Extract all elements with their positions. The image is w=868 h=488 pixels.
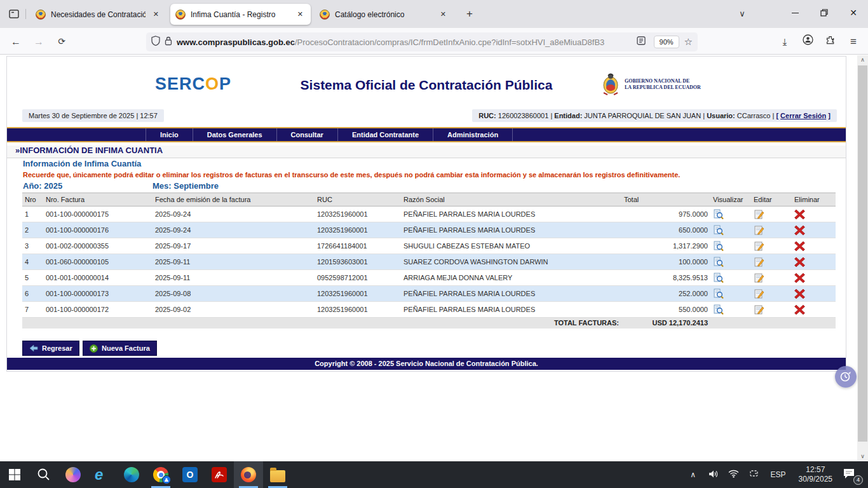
date-time-box: Martes 30 de Septiembre de 2025 | 12:57 <box>22 109 164 122</box>
taskbar-copilot-button[interactable] <box>58 461 88 488</box>
nav-item-consultar[interactable]: Consultar <box>277 128 338 141</box>
new-tab-button[interactable]: + <box>461 6 478 23</box>
taskbar-firefox-button[interactable] <box>234 461 263 488</box>
speaker-icon[interactable] <box>707 470 721 480</box>
col-factura: Nro. Factura <box>43 193 153 207</box>
tab-infima-cuantia[interactable]: Infima Cuantía - Registro ✕ <box>170 4 311 25</box>
downloads-icon[interactable]: ⤓ <box>776 34 793 50</box>
eliminar-icon[interactable] <box>794 257 805 268</box>
editar-icon[interactable] <box>754 273 764 283</box>
account-icon[interactable] <box>799 34 816 50</box>
bookmark-star-icon[interactable]: ☆ <box>684 36 693 48</box>
total-row: TOTAL FACTURAS: USD 12,170.2413 <box>22 318 836 329</box>
nav-item-datos-generales[interactable]: Datos Generales <box>193 128 277 141</box>
scroll-up-icon[interactable]: ∧ <box>857 55 868 65</box>
taskbar-edge-button[interactable] <box>117 461 146 488</box>
col-razon: Razón Social <box>401 193 621 207</box>
editar-icon[interactable] <box>754 241 764 252</box>
visualizar-icon[interactable] <box>713 257 724 268</box>
tab-catalogo[interactable]: Catálogo electrónico ✕ <box>315 4 454 25</box>
system-tray: ∧ ESP 12:57 30/9/2025 4 <box>683 465 868 484</box>
visualizar-icon[interactable] <box>713 273 724 283</box>
cell-ruc: 1201593603001 <box>315 254 401 270</box>
eliminar-icon[interactable] <box>794 304 805 315</box>
action-center-button[interactable]: 4 <box>843 468 859 482</box>
eliminar-icon[interactable] <box>794 225 805 236</box>
taskbar-acrobat-button[interactable] <box>205 461 234 488</box>
hamburger-menu-icon[interactable]: ≡ <box>845 34 862 50</box>
eliminar-icon[interactable] <box>794 273 805 283</box>
visualizar-icon[interactable] <box>713 209 724 220</box>
editar-icon[interactable] <box>754 288 764 299</box>
reader-mode-icon[interactable] <box>637 36 646 48</box>
eliminar-icon[interactable] <box>794 288 805 299</box>
logout-link[interactable]: Cerrar Sesión <box>780 112 826 119</box>
tab-close-icon[interactable]: ✕ <box>438 9 449 20</box>
clock-date[interactable]: 12:57 30/9/2025 <box>799 465 832 484</box>
tab-overview-icon[interactable] <box>6 6 22 22</box>
visualizar-icon[interactable] <box>713 241 724 252</box>
window-close-button[interactable]: ✕ <box>839 0 868 25</box>
tab-list-chevron-icon[interactable]: ∨ <box>734 6 750 23</box>
editar-icon[interactable] <box>754 304 764 315</box>
taskbar-chrome-button[interactable] <box>146 461 175 488</box>
file-explorer-icon <box>270 470 285 482</box>
tab-close-icon[interactable]: ✕ <box>295 9 306 20</box>
year-label: Año: 2025 <box>23 181 62 191</box>
visualizar-icon[interactable] <box>713 288 724 299</box>
regresar-button[interactable]: Regresar <box>22 341 79 356</box>
taskbar-ie-button[interactable]: e <box>88 461 117 488</box>
back-icon[interactable]: ← <box>8 34 24 50</box>
shield-icon[interactable] <box>151 36 160 48</box>
reload-icon[interactable]: ⟳ <box>53 34 70 50</box>
page-scrollbar[interactable]: ∧ ∨ <box>857 55 868 461</box>
cell-factura: 001-100-000000176 <box>43 222 153 238</box>
taskbar-explorer-button[interactable] <box>263 461 292 488</box>
language-indicator[interactable]: ESP <box>771 470 786 479</box>
zoom-level-indicator[interactable]: 90% <box>654 36 679 48</box>
cell-nro: 7 <box>22 302 43 318</box>
total-facturas-value: USD 12,170.2413 <box>621 318 710 329</box>
url-bar[interactable]: www.compraspublicas.gob.ec/ProcesoContra… <box>146 32 698 51</box>
editar-icon[interactable] <box>754 225 764 236</box>
editar-icon[interactable] <box>754 257 764 268</box>
window-minimize-button[interactable] <box>780 0 810 25</box>
connect-display-icon[interactable] <box>747 470 761 480</box>
outlook-icon: O <box>182 467 198 482</box>
tab-separator <box>25 9 26 19</box>
taskbar-search-button[interactable] <box>29 461 58 488</box>
taskbar-outlook-button[interactable]: O <box>175 461 205 488</box>
forward-icon: → <box>31 34 47 50</box>
scrollbar-thumb[interactable] <box>858 65 867 442</box>
nav-item-inicio[interactable]: Inicio <box>146 128 193 141</box>
scroll-down-icon[interactable]: ∨ <box>857 452 868 461</box>
extensions-puzzle-icon[interactable] <box>822 34 839 50</box>
tab-necesidades[interactable]: Necesidades de Contratación y ✕ <box>31 4 166 25</box>
screen-time-widget[interactable] <box>835 366 857 388</box>
start-button[interactable] <box>0 461 29 488</box>
visualizar-icon[interactable] <box>713 225 724 236</box>
cell-razon: PEÑAFIEL PARRALES MARIA LOURDES <box>401 302 621 318</box>
cell-total: 550.0000 <box>621 302 710 318</box>
nueva-factura-button[interactable]: Nueva Factura <box>83 341 157 356</box>
visualizar-icon[interactable] <box>713 304 724 315</box>
tray-chevron-up-icon[interactable]: ∧ <box>686 470 700 479</box>
table-row: 3 001-002-000000355 2025-09-17 172664118… <box>22 238 836 254</box>
wifi-icon[interactable] <box>727 470 741 480</box>
plus-circle-icon <box>90 344 98 353</box>
eliminar-icon[interactable] <box>794 209 805 220</box>
tab-close-icon[interactable]: ✕ <box>151 9 161 20</box>
col-eliminar: Eliminar <box>792 193 836 207</box>
editar-icon[interactable] <box>754 209 764 220</box>
window-restore-button[interactable] <box>810 0 839 25</box>
nav-item-administracion[interactable]: Administración <box>433 128 513 141</box>
cell-razon: SUAREZ CORDOVA WASHINGTON DARWIN <box>401 254 621 270</box>
cell-fecha: 2025-09-24 <box>153 222 315 238</box>
eliminar-icon[interactable] <box>794 241 805 252</box>
lock-icon[interactable] <box>165 36 172 48</box>
url-text[interactable]: www.compraspublicas.gob.ec/ProcesoContra… <box>177 37 637 47</box>
ecuador-crest-favicon <box>175 10 186 20</box>
nav-item-entidad-contratante[interactable]: Entidad Contratante <box>338 128 433 141</box>
invoices-table: Nro Nro. Factura Fecha de emisión de la … <box>22 193 836 329</box>
gov-text-line1: GOBIERNO NACIONAL DE <box>625 78 701 85</box>
